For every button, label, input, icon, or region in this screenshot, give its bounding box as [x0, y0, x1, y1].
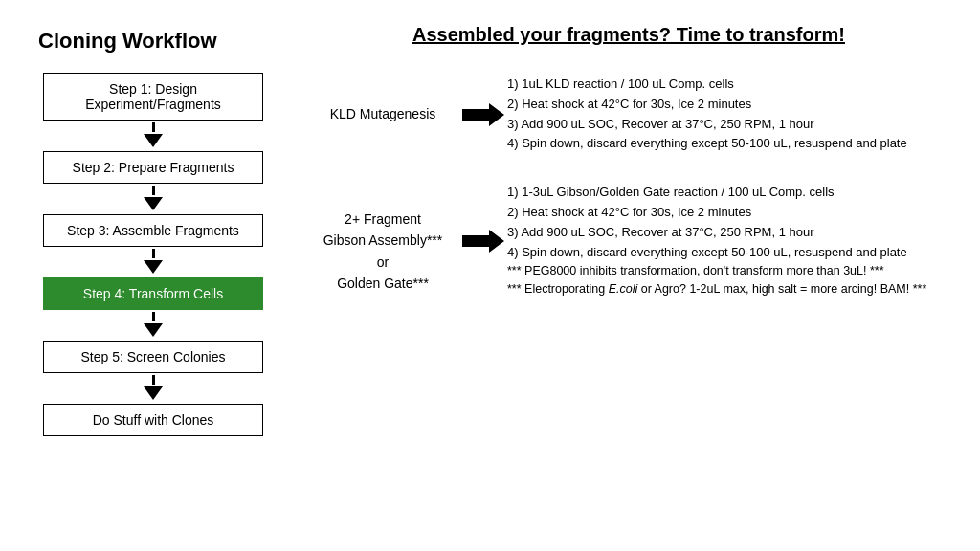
- step6-box: Do Stuff with Clones: [43, 404, 263, 436]
- gibson-label-text: 2+ FragmentGibson Assembly***orGolden Ga…: [323, 211, 443, 291]
- right-arrow-icon: [462, 101, 504, 128]
- arrow-head: [144, 323, 163, 337]
- step3-box: Step 3: Assemble Fragments: [43, 214, 263, 247]
- gibson-step3: 3) Add 900 uL SOC, Recover at 37°C, 250 …: [507, 223, 951, 243]
- arrow-head: [144, 260, 163, 274]
- steps-container: Step 1: Design Experiment/Fragments Step…: [29, 73, 278, 436]
- arrow-5: [144, 375, 163, 402]
- gibson-step1: 1) 1-3uL Gibson/Golden Gate reaction / 1…: [507, 183, 951, 203]
- gibson-arrow: [459, 228, 507, 254]
- arrow-1: [144, 122, 163, 149]
- arrow-2: [144, 186, 163, 212]
- kld-arrow: [459, 101, 507, 128]
- svg-marker-1: [462, 230, 504, 253]
- arrow-stem: [152, 375, 155, 385]
- arrow-4: [144, 312, 163, 339]
- step1-box: Step 1: Design Experiment/Fragments: [43, 73, 263, 121]
- kld-row: KLD Mutagenesis 1) 1uL KLD reaction / 10…: [306, 75, 951, 154]
- arrow-head: [144, 386, 163, 400]
- kld-step2: 2) Heat shock at 42°C for 30s, Ice 2 min…: [507, 95, 951, 115]
- gibson-warning2: *** Electroporating E.coli or Agro? 1-2u…: [507, 280, 951, 298]
- kld-step3: 3) Add 900 uL SOC, Recover at 37°C, 250 …: [507, 115, 951, 135]
- step5-box: Step 5: Screen Colonies: [43, 341, 263, 373]
- kld-instructions: 1) 1uL KLD reaction / 100 uL Comp. cells…: [507, 75, 951, 154]
- gibson-step4: 4) Spin down, discard everything except …: [507, 243, 951, 263]
- workflow-title: Cloning Workflow: [38, 29, 217, 54]
- right-panel: Assembled your fragments? Time to transf…: [297, 0, 980, 551]
- arrow-stem: [152, 249, 155, 258]
- kld-label: KLD Mutagenesis: [306, 104, 459, 124]
- kld-step1: 1) 1uL KLD reaction / 100 uL Comp. cells: [507, 75, 951, 95]
- svg-marker-0: [462, 103, 504, 126]
- arrow-head: [144, 134, 163, 147]
- arrow-3: [144, 249, 163, 276]
- page: Cloning Workflow Step 1: Design Experime…: [0, 0, 980, 551]
- gibson-instructions: 1) 1-3uL Gibson/Golden Gate reaction / 1…: [507, 183, 951, 298]
- arrow-stem: [152, 312, 155, 321]
- arrow-stem: [152, 186, 155, 195]
- gibson-label: 2+ FragmentGibson Assembly***orGolden Ga…: [306, 187, 459, 295]
- transform-section: KLD Mutagenesis 1) 1uL KLD reaction / 10…: [306, 75, 951, 298]
- left-panel: Cloning Workflow Step 1: Design Experime…: [0, 0, 297, 551]
- step2-box: Step 2: Prepare Fragments: [43, 151, 263, 184]
- gibson-step2: 2) Heat shock at 42°C for 30s, Ice 2 min…: [507, 203, 951, 223]
- step4-box: Step 4: Transform Cells: [43, 277, 263, 310]
- gibson-row: 2+ FragmentGibson Assembly***orGolden Ga…: [306, 183, 951, 298]
- arrow-stem: [152, 122, 155, 132]
- right-arrow-icon-2: [462, 228, 504, 254]
- right-title: Assembled your fragments? Time to transf…: [306, 24, 951, 46]
- arrow-head: [144, 197, 163, 210]
- gibson-warning1: *** PEG8000 inhibits transformation, don…: [507, 262, 951, 280]
- kld-step4: 4) Spin down, discard everything except …: [507, 134, 951, 154]
